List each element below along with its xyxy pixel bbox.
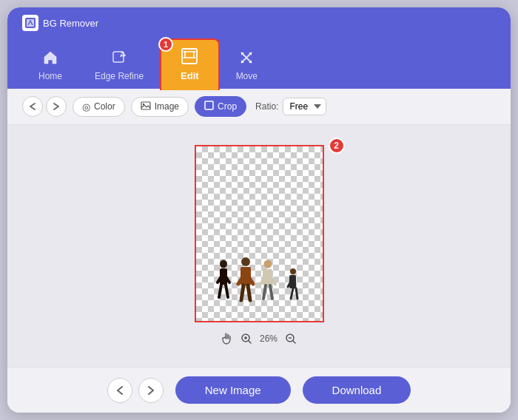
ratio-select[interactable]: Free 1:1 4:3 16:9 3:4	[283, 98, 326, 115]
forward-button[interactable]	[46, 96, 67, 117]
nav-label-move: Move	[236, 71, 258, 81]
secondary-toolbar: ◎ Color Image Crop Ratio:	[7, 89, 511, 125]
nav-item-edge-refine[interactable]: Edge Refine	[78, 44, 160, 89]
svg-rect-2	[113, 52, 124, 62]
canvas-badge: 2	[329, 138, 345, 154]
zoom-out-button[interactable]	[285, 333, 297, 345]
footer-back-button[interactable]	[107, 378, 132, 403]
svg-point-29	[290, 268, 296, 274]
nav-label-edit: Edit	[181, 70, 199, 81]
canvas-inner	[196, 146, 323, 321]
zoom-in-button[interactable]	[240, 333, 252, 345]
svg-rect-10	[205, 101, 213, 109]
app-logo	[22, 15, 38, 31]
image-tool-button[interactable]: Image	[131, 97, 189, 117]
svg-line-22	[248, 285, 250, 300]
svg-line-16	[226, 285, 228, 297]
nav-item-move[interactable]: Move	[220, 44, 274, 89]
svg-rect-8	[141, 102, 150, 109]
svg-point-11	[220, 260, 227, 268]
svg-line-37	[249, 341, 251, 343]
back-button[interactable]	[22, 96, 43, 117]
svg-point-23	[264, 260, 272, 268]
zoom-bar: 26%	[195, 327, 324, 348]
nav-bar: Home Edge Refine 1	[22, 35, 496, 89]
move-icon	[238, 50, 255, 68]
crop-icon	[204, 101, 214, 112]
hand-tool-button[interactable]	[221, 333, 233, 345]
people-silhouette	[207, 254, 311, 314]
app-container: BG Remover Home Edge	[7, 7, 511, 413]
nav-label-home: Home	[38, 71, 62, 81]
new-image-button[interactable]: New Image	[175, 376, 291, 404]
svg-line-21	[241, 285, 243, 300]
svg-line-28	[270, 285, 272, 299]
ratio-label: Ratio:	[255, 101, 278, 112]
download-button[interactable]: Download	[303, 376, 411, 404]
svg-line-33	[296, 288, 297, 299]
edge-refine-icon	[111, 50, 127, 68]
svg-point-17	[241, 257, 250, 266]
title-bar: BG Remover	[22, 7, 496, 35]
canvas-wrapper: 2	[195, 145, 324, 322]
edit-icon	[181, 47, 198, 67]
svg-line-15	[219, 285, 221, 297]
ratio-container: Ratio: Free 1:1 4:3 16:9 3:4	[255, 98, 326, 115]
svg-line-32	[291, 288, 293, 299]
color-icon: ◎	[82, 101, 90, 112]
zoom-percent: 26%	[260, 333, 278, 344]
nav-item-home[interactable]: Home	[22, 44, 78, 89]
nav-arrows	[22, 96, 67, 117]
svg-line-40	[293, 341, 295, 343]
nav-label-edge-refine: Edge Refine	[95, 71, 144, 81]
color-tool-button[interactable]: ◎ Color	[73, 97, 125, 117]
image-icon	[141, 101, 151, 112]
footer-nav	[107, 378, 164, 403]
home-icon	[42, 50, 58, 68]
footer: New Image Download	[7, 367, 511, 413]
edit-badge: 1	[158, 37, 173, 52]
app-title: BG Remover	[43, 18, 98, 29]
nav-item-edit[interactable]: 1 Edit	[160, 38, 220, 90]
footer-forward-button[interactable]	[138, 378, 164, 403]
crop-tool-button[interactable]: Crop	[195, 96, 246, 117]
canvas-area: 2 26%	[7, 125, 511, 367]
svg-line-27	[263, 285, 266, 299]
header: BG Remover Home Edge	[7, 7, 511, 89]
